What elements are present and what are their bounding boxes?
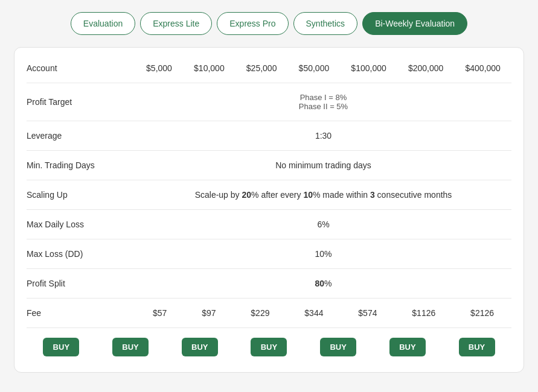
account-val-5: $100,000 bbox=[351, 63, 386, 73]
fee-val-7: $2126 bbox=[470, 308, 494, 318]
buy-button-2[interactable]: BUY bbox=[112, 338, 149, 356]
profit-split-value: 80% bbox=[135, 279, 511, 288]
max-loss-label: Max Loss (DD) bbox=[27, 249, 135, 259]
profit-split-label: Profit Split bbox=[27, 279, 135, 288]
tab-bar: Evaluation Express Lite Express Pro Synt… bbox=[71, 12, 467, 35]
fee-val-4: $344 bbox=[304, 308, 323, 318]
scaling-suffix: consecutive months bbox=[375, 190, 452, 200]
fee-val-5: $574 bbox=[358, 308, 377, 318]
leverage-label: Leverage bbox=[27, 131, 135, 141]
phase2-value: Phase II = 5% bbox=[299, 102, 348, 111]
min-trading-days-label: Min. Trading Days bbox=[27, 160, 135, 170]
profit-target-row: Profit Target Phase I = 8% Phase II = 5% bbox=[27, 83, 511, 121]
account-values: $5,000 $10,000 $25,000 $50,000 $100,000 … bbox=[135, 63, 511, 73]
buy-button-4[interactable]: BUY bbox=[251, 338, 287, 356]
profit-target-values: Phase I = 8% Phase II = 5% bbox=[135, 93, 511, 111]
max-daily-loss-value: 6% bbox=[135, 220, 511, 229]
profit-split-bold: 80 bbox=[315, 279, 324, 288]
buy-row: BUY BUY BUY BUY BUY BUY BUY bbox=[27, 328, 511, 366]
scaling-bold3: 3 bbox=[370, 190, 375, 200]
fee-values: $57 $97 $229 $344 $574 $1126 $2126 bbox=[135, 308, 511, 318]
scaling-bold1: 20 bbox=[242, 190, 251, 200]
profit-target-label: Profit Target bbox=[27, 97, 135, 107]
scaling-bold2: 10 bbox=[303, 190, 313, 200]
fee-row: Fee $57 $97 $229 $344 $574 $1126 $2126 bbox=[27, 299, 511, 328]
leverage-row: Leverage 1:30 bbox=[27, 121, 511, 151]
account-val-3: $25,000 bbox=[246, 63, 277, 73]
min-trading-days-value: No minimum trading days bbox=[135, 160, 511, 170]
leverage-value: 1:30 bbox=[135, 131, 511, 141]
scaling-up-value: Scale-up by 20% after every 10% made wit… bbox=[135, 190, 511, 200]
fee-val-1: $57 bbox=[153, 308, 167, 318]
account-row: Account $5,000 $10,000 $25,000 $50,000 $… bbox=[27, 54, 511, 83]
scaling-middle2: % made within bbox=[313, 190, 370, 200]
buy-button-1[interactable]: BUY bbox=[43, 338, 79, 356]
scaling-middle1: % after every bbox=[251, 190, 303, 200]
tab-bi-weekly[interactable]: Bi-Weekly Evaluation bbox=[362, 12, 467, 35]
buy-button-5[interactable]: BUY bbox=[320, 338, 356, 356]
account-label: Account bbox=[27, 63, 135, 73]
fee-val-3: $229 bbox=[251, 308, 269, 318]
account-val-6: $200,000 bbox=[408, 63, 443, 73]
buy-button-6[interactable]: BUY bbox=[389, 338, 426, 356]
tab-express-pro[interactable]: Express Pro bbox=[217, 12, 288, 35]
scaling-up-row: Scaling Up Scale-up by 20% after every 1… bbox=[27, 180, 511, 210]
tab-evaluation[interactable]: Evaluation bbox=[71, 12, 135, 35]
max-daily-loss-label: Max Daily Loss bbox=[27, 220, 135, 229]
account-val-2: $10,000 bbox=[194, 63, 225, 73]
profit-split-row: Profit Split 80% bbox=[27, 269, 511, 299]
max-loss-value: 10% bbox=[135, 249, 511, 259]
scaling-prefix: Scale-up by bbox=[195, 190, 242, 200]
max-daily-loss-row: Max Daily Loss 6% bbox=[27, 210, 511, 239]
fee-label: Fee bbox=[27, 308, 135, 318]
buy-button-3[interactable]: BUY bbox=[182, 338, 218, 356]
account-val-1: $5,000 bbox=[146, 63, 172, 73]
fee-val-2: $97 bbox=[202, 308, 216, 318]
account-val-7: $400,000 bbox=[465, 63, 500, 73]
min-trading-days-row: Min. Trading Days No minimum trading day… bbox=[27, 151, 511, 180]
fee-val-6: $1126 bbox=[412, 308, 435, 318]
tab-express-lite[interactable]: Express Lite bbox=[140, 12, 212, 35]
buy-button-7[interactable]: BUY bbox=[459, 338, 495, 356]
profit-split-suffix: % bbox=[324, 279, 331, 288]
max-loss-row: Max Loss (DD) 10% bbox=[27, 239, 511, 269]
scaling-up-label: Scaling Up bbox=[27, 190, 135, 200]
phase1-value: Phase I = 8% bbox=[300, 93, 347, 102]
comparison-table: Account $5,000 $10,000 $25,000 $50,000 $… bbox=[14, 47, 524, 373]
tab-synthetics[interactable]: Synthetics bbox=[293, 12, 358, 35]
account-val-4: $50,000 bbox=[299, 63, 330, 73]
